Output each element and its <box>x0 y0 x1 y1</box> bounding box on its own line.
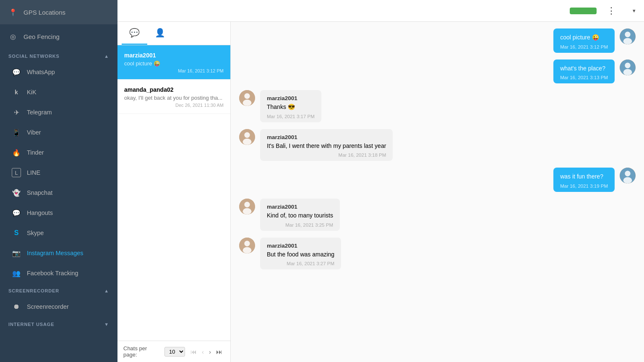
per-page-select[interactable]: 102550 <box>164 347 185 357</box>
sidebar-section-chevron-screenrecorder: ▲ <box>104 288 109 293</box>
conv-item-time: Dec 26, 2021 11:30 AM <box>124 103 224 108</box>
line-icon: L <box>12 168 21 177</box>
message-row: was it fun there? Mar 16, 2021 3:19 PM <box>239 168 636 192</box>
svg-point-5 <box>623 69 632 75</box>
sidebar-label-facebook-tracking: Facebook Tracking <box>27 270 78 277</box>
sidebar-item-skype[interactable]: S Skype <box>0 223 117 243</box>
sidebar: 📍 GPS Locations ◎ Geo Fencing SOCIAL NET… <box>0 0 117 362</box>
conv-list: marzia2001 cool picture 😜 Mar 16, 2021 3… <box>117 45 230 341</box>
sidebar-section-label-screenrecorder: SCREENRECORDER <box>8 288 59 293</box>
content-area: 💬👤 marzia2001 cool picture 😜 Mar 16, 202… <box>117 22 644 362</box>
sidebar-section-screenrecorder[interactable]: SCREENRECORDER ▲ <box>0 283 117 297</box>
sidebar-label-whatsapp: WhatsApp <box>27 69 55 75</box>
sidebar-item-kik[interactable]: k KiK <box>0 82 117 102</box>
message-avatar <box>239 238 255 253</box>
message-row: marzia2001 Thanks 😎 Mar 16, 2021 3:17 PM <box>239 90 636 122</box>
message-row: marzia2001 It's Bali, I went there with … <box>239 129 636 161</box>
svg-point-11 <box>243 139 252 145</box>
message-text: It's Bali, I went there with my parents … <box>267 142 386 150</box>
message-avatar <box>239 199 255 215</box>
message-time: Mar 16, 2021 3:25 PM <box>267 222 333 228</box>
tinder-icon: 🔥 <box>12 148 21 157</box>
first-page-button[interactable]: ⏮ <box>188 347 199 357</box>
svg-point-14 <box>623 177 632 184</box>
message-bubble: what's the place? Mar 16, 2021 3:13 PM <box>553 59 615 84</box>
sidebar-label-tinder: Tinder <box>27 149 44 156</box>
conv-footer: Chats per page: 102550 ⏮ ‹ › ⏭ <box>117 341 230 362</box>
sidebar-label-skype: Skype <box>27 230 44 236</box>
facebook-tracking-icon: 👥 <box>12 269 21 278</box>
try-now-button[interactable] <box>570 8 597 14</box>
message-text: cool picture 😜 <box>560 34 608 42</box>
sidebar-item-telegram[interactable]: ✈ Telegram <box>0 102 117 122</box>
sidebar-label-kik: KiK <box>27 89 37 96</box>
sidebar-label-telegram: Telegram <box>27 109 52 116</box>
sidebar-item-hangouts[interactable]: 💬 Hangouts <box>0 203 117 223</box>
last-page-button[interactable]: ⏭ <box>214 347 224 357</box>
sidebar-section-label-social-networks: SOCIAL NETWORKS <box>8 54 60 59</box>
conv-item[interactable]: marzia2001 cool picture 😜 Mar 16, 2021 3… <box>117 45 230 80</box>
svg-point-17 <box>243 208 252 215</box>
telegram-icon: ✈ <box>12 108 21 117</box>
message-time: Mar 16, 2021 3:18 PM <box>267 153 386 158</box>
instagram-messages-icon: 📷 <box>12 248 21 258</box>
kik-icon: k <box>12 88 21 97</box>
message-text: Thanks 😎 <box>267 103 315 111</box>
sidebar-item-gps-locations[interactable]: 📍 GPS Locations <box>0 0 117 24</box>
message-avatar <box>620 59 636 75</box>
conversations-panel: 💬👤 marzia2001 cool picture 😜 Mar 16, 202… <box>117 22 231 362</box>
sidebar-item-whatsapp[interactable]: 💬 WhatsApp <box>0 62 117 82</box>
topbar: ⋮ ▾ <box>117 0 644 22</box>
message-text: But the food was amazing <box>267 251 334 259</box>
message-sender: marzia2001 <box>267 204 333 210</box>
message-text: Kind of, too many tourists <box>267 212 333 220</box>
conv-tab-messages[interactable]: 💬 <box>122 22 147 45</box>
sidebar-item-screenrecorder[interactable]: ⏺ Screenrecorder <box>0 297 117 317</box>
sidebar-section-label-internet-usage: INTERNET USAGE <box>8 322 55 327</box>
message-bubble: was it fun there? Mar 16, 2021 3:19 PM <box>553 168 615 192</box>
sidebar-item-instagram-messages[interactable]: 📷 Instagram Messages <box>0 243 117 263</box>
message-bubble: cool picture 😜 Mar 16, 2021 3:12 PM <box>553 28 615 53</box>
message-row: cool picture 😜 Mar 16, 2021 3:12 PM <box>239 28 636 53</box>
conv-item-preview: okay, I'll get back at you for posting t… <box>124 95 224 101</box>
svg-point-7 <box>244 93 250 99</box>
message-sender: marzia2001 <box>267 95 315 101</box>
message-bubble: marzia2001 It's Bali, I went there with … <box>260 129 393 161</box>
message-row: what's the place? Mar 16, 2021 3:13 PM <box>239 59 636 84</box>
more-options-icon[interactable]: ⋮ <box>603 4 619 18</box>
message-row: marzia2001 But the food was amazing Mar … <box>239 238 636 270</box>
hangouts-icon: 💬 <box>12 208 21 217</box>
message-time: Mar 16, 2021 3:13 PM <box>560 75 608 80</box>
message-time: Mar 16, 2021 3:12 PM <box>560 44 608 49</box>
conv-item-preview: cool picture 😜 <box>124 60 224 67</box>
language-chevron-icon[interactable]: ▾ <box>633 8 636 14</box>
message-avatar <box>620 168 636 184</box>
screenrecorder-icon: ⏺ <box>12 302 21 311</box>
sidebar-item-snapchat[interactable]: 👻 Snapchat <box>0 183 117 203</box>
sidebar-item-line[interactable]: L LINE <box>0 163 117 183</box>
sidebar-label-gps-locations: GPS Locations <box>23 9 65 16</box>
message-time: Mar 16, 2021 3:19 PM <box>560 184 608 189</box>
sidebar-section-social-networks[interactable]: SOCIAL NETWORKS ▲ <box>0 49 117 62</box>
sidebar-item-geo-fencing[interactable]: ◎ Geo Fencing <box>0 24 117 49</box>
message-avatar <box>239 90 255 106</box>
sidebar-item-facebook-tracking[interactable]: 👥 Facebook Tracking <box>0 263 117 283</box>
sidebar-section-chevron-social-networks: ▲ <box>104 54 109 59</box>
next-page-button[interactable]: › <box>207 347 213 357</box>
message-bubble: marzia2001 Thanks 😎 Mar 16, 2021 3:17 PM <box>260 90 321 122</box>
sidebar-label-snapchat: Snapchat <box>27 189 52 196</box>
conv-item-name: marzia2001 <box>124 52 224 59</box>
svg-point-4 <box>625 62 630 68</box>
svg-point-8 <box>243 100 252 106</box>
sidebar-section-internet-usage[interactable]: INTERNET USAGE ▼ <box>0 317 117 330</box>
conv-item[interactable]: amanda_panda02 okay, I'll get back at yo… <box>117 80 230 114</box>
message-bubble: marzia2001 But the food was amazing Mar … <box>260 238 341 270</box>
sidebar-label-viber: Viber <box>27 129 41 136</box>
conv-item-name: amanda_panda02 <box>124 86 224 93</box>
sidebar-item-tinder[interactable]: 🔥 Tinder <box>0 142 117 163</box>
conv-tab-contacts[interactable]: 👤 <box>147 22 173 45</box>
svg-point-16 <box>244 202 250 207</box>
chats-per-page-label: Chats per page: <box>123 345 161 358</box>
sidebar-item-viber[interactable]: 📱 Viber <box>0 122 117 142</box>
prev-page-button[interactable]: ‹ <box>200 347 206 357</box>
